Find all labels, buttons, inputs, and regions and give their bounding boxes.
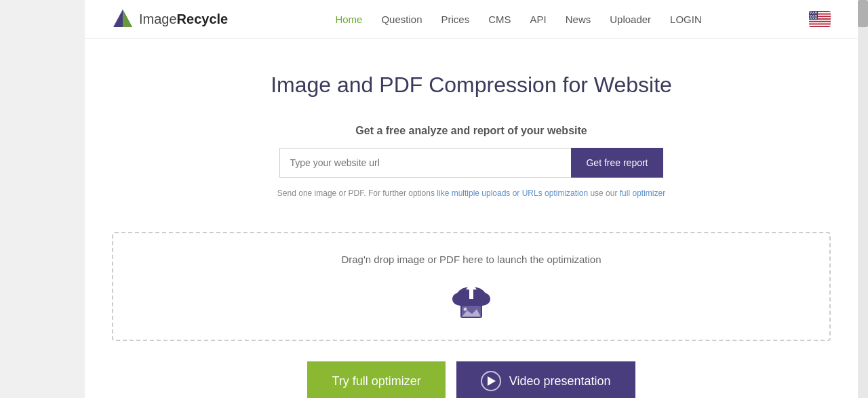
full-optimizer-link[interactable]: full optimizer [620,188,665,198]
video-label: Video presentation [509,374,611,389]
svg-point-34 [452,292,469,306]
svg-rect-8 [809,24,831,26]
header: ImageRecycle Home Question Prices CMS AP… [85,0,858,39]
main-nav: Home Question Prices CMS API News Upload… [335,14,701,25]
svg-marker-1 [123,9,132,27]
svg-marker-37 [466,283,477,290]
left-sidebar [0,0,85,398]
video-presentation-button[interactable]: Video presentation [456,361,635,398]
svg-point-40 [464,308,467,311]
scrollbar-thumb[interactable] [858,0,868,27]
cta-buttons-row: Try full optimizer Video presentation [85,361,858,398]
page-title: Image and PDF Compression for Website [112,73,831,98]
upload-icon [447,279,496,319]
search-row: Get free report [112,148,831,178]
nav-cms[interactable]: CMS [488,14,511,25]
svg-rect-7 [809,22,831,24]
play-triangle [488,376,496,386]
scrollbar-track[interactable] [858,0,868,398]
nav-login[interactable]: LOGIN [670,14,702,25]
nav-home[interactable]: Home [335,14,362,25]
hero-section: Image and PDF Compression for Website Ge… [85,39,858,232]
language-flag[interactable]: ★★★★★ ★★★★ ★★★★★ ★★★★ ★★★★★ [809,11,831,27]
nav-api[interactable]: API [530,14,547,25]
svg-point-35 [474,292,490,306]
nav-news[interactable]: News [566,14,591,25]
website-url-input[interactable] [279,148,571,178]
hero-subtitle: Get a free analyze and report of your we… [112,125,831,137]
drop-label: Drag'n drop image or PDF here to launch … [341,254,601,265]
play-icon [481,371,501,391]
get-free-report-button[interactable]: Get free report [571,148,663,178]
nav-question[interactable]: Question [381,14,422,25]
logo-text: ImageRecycle [139,12,228,27]
multiple-uploads-link[interactable]: like multiple uploads or URLs optimizati… [437,188,588,198]
nav-prices[interactable]: Prices [441,14,469,25]
logo[interactable]: ImageRecycle [112,8,228,30]
hint-text: Send one image or PDF. For further optio… [112,188,831,198]
try-full-optimizer-button[interactable]: Try full optimizer [307,361,445,398]
nav-uploader[interactable]: Uploader [610,14,651,25]
main-area: ImageRecycle Home Question Prices CMS AP… [85,0,858,398]
scrollbar[interactable] [858,0,868,398]
logo-icon [112,8,134,30]
drop-zone[interactable]: Drag'n drop image or PDF here to launch … [112,232,831,341]
svg-text:★: ★ [816,17,818,20]
svg-rect-36 [469,288,473,299]
